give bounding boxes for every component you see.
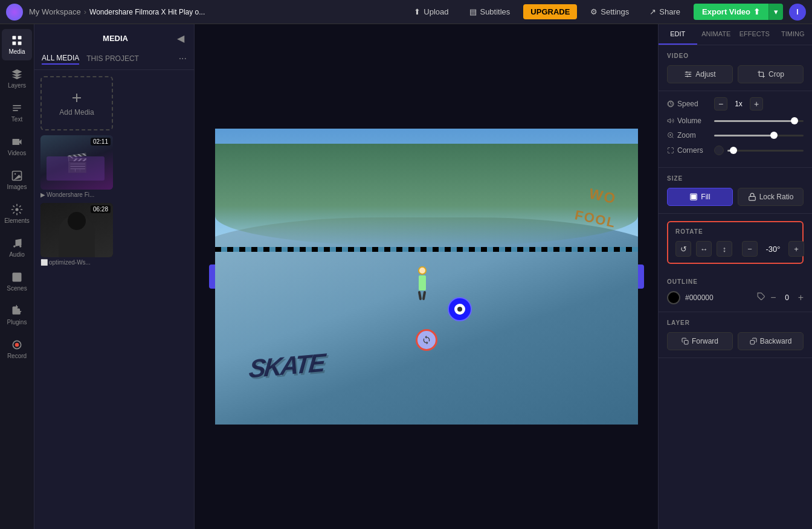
sidebar-scenes-label: Scenes [7,285,27,292]
lock-ratio-button[interactable]: Lock Ratio [738,188,804,206]
video-area: SKATE WO FOOL [195,24,658,529]
speed-value: 1x [731,100,746,108]
corners-thumb[interactable] [730,147,737,154]
flip-h-button[interactable]: ↔ [696,241,712,257]
settings-label: Settings [601,7,629,16]
forward-button[interactable]: Forward [667,332,733,350]
rotate-controls: ↺ ↔ ↕ − -30° + [675,241,795,257]
tab-effects[interactable]: EFFECTS [735,24,774,45]
export-button[interactable]: Export Video ⬆ [694,4,768,20]
media-thumb-0[interactable]: 🎬 02:11 [40,135,113,190]
svg-rect-16 [749,196,755,200]
record-icon [11,339,23,351]
media-file-icon-1: ⬜ [40,259,48,266]
subtitles-label: Subtitles [480,7,510,16]
grid-icon [11,34,23,46]
sidebar-record-label: Record [7,353,27,359]
outline-minus-button[interactable]: − [770,292,776,303]
share-button[interactable]: ↗ Share [642,4,688,19]
sidebar-item-record[interactable]: Record [2,333,32,365]
corners-slider[interactable] [727,150,804,152]
media-panel-title: MEDIA [56,34,175,43]
leg-left [418,291,422,300]
eye-graphic [448,297,472,321]
speed-minus-button[interactable]: − [714,97,727,111]
rotate-section: ROTATE ↺ ↔ ↕ − -30° + [667,221,804,264]
media-tab-more-button[interactable]: ··· [179,53,187,64]
rotate-inc-button[interactable]: + [788,241,804,257]
svg-marker-12 [668,119,671,123]
media-panel-header: MEDIA ◀ [34,24,194,53]
sidebar-item-plugins[interactable]: Plugins [2,300,32,331]
speed-controls: − 1x + [714,97,804,111]
ramp-edge [215,247,638,252]
avatar[interactable]: I [789,4,806,21]
sidebar-item-images[interactable]: Images [2,164,32,196]
sidebar-plugins-label: Plugins [7,319,27,325]
adjust-button[interactable]: Adjust [667,65,733,83]
media-tabs: ALL MEDIA THIS PROJECT ··· [34,53,194,70]
sidebar-item-text[interactable]: Text [2,97,32,128]
speed-section: Speed − 1x + Volume [659,91,812,168]
rotate-dec-button[interactable]: − [742,241,758,257]
svg-point-8 [15,343,19,347]
subtitles-icon: ▤ [469,7,477,16]
workspace-link[interactable]: My Workspace [29,7,81,16]
zoom-thumb[interactable] [770,132,778,139]
corners-text: Corners [677,146,703,155]
layer-section-title: LAYER [667,319,804,326]
media-panel-collapse-button[interactable]: ◀ [175,30,187,46]
tab-this-project[interactable]: THIS PROJECT [86,53,139,64]
outline-row: #000000 − 0 + [667,291,804,304]
upgrade-button[interactable]: UPGRADE [523,4,577,19]
sidebar-item-videos[interactable]: Videos [2,130,32,162]
sidebar-elements-label: Elements [4,217,30,224]
export-dropdown-button[interactable]: ▾ [768,4,783,20]
size-section: SIZE Fill Lock Ratio [659,168,812,214]
tab-animate[interactable]: ANIMATE [697,24,736,45]
sidebar-item-audio[interactable]: Audio [2,232,32,263]
rotation-handle[interactable] [416,329,437,351]
tab-timing[interactable]: TIMING [774,24,813,45]
outline-color-swatch[interactable] [667,291,680,304]
volume-thumb[interactable] [791,117,798,124]
rotate-ccw-button[interactable]: ↺ [675,241,691,257]
subtitles-button[interactable]: ▤ Subtitles [462,4,517,19]
zoom-slider[interactable] [714,135,804,136]
rotation-icon [422,335,431,345]
forward-label: Forward [692,337,718,345]
sidebar-item-layers[interactable]: Layers [2,63,32,94]
sidebar-item-elements[interactable]: Elements [2,198,32,229]
share-icon: ↗ [649,7,656,16]
breadcrumb-chevron: › [84,7,86,16]
svg-point-6 [16,208,19,211]
media-file-icon: ▶ [40,191,45,198]
outline-plus-button[interactable]: + [798,292,804,303]
upload-button[interactable]: ⬆ Upload [406,4,456,20]
svg-point-5 [14,173,16,175]
eyedropper-button[interactable] [757,292,765,303]
sidebar-item-scenes[interactable]: Scenes [2,266,32,297]
skater-head [418,266,427,275]
crop-button[interactable]: Crop [738,65,804,83]
volume-slider[interactable] [714,120,804,122]
tab-all-media[interactable]: ALL MEDIA [42,53,79,65]
speed-plus-button[interactable]: + [750,97,763,111]
media-name-1: optimized-Ws... [49,259,91,266]
sidebar-item-media[interactable]: Media [2,29,32,60]
tab-edit[interactable]: EDIT [659,24,697,45]
flip-v-button[interactable]: ↕ [717,241,732,257]
add-media-button[interactable]: Add Media [40,76,113,130]
backward-button[interactable]: Backward [738,332,804,350]
fill-button[interactable]: Fill [667,188,733,206]
add-icon [69,91,84,105]
settings-button[interactable]: ⚙ Settings [583,4,636,19]
right-panel-tabs: EDIT ANIMATE EFFECTS TIMING [659,24,812,45]
plugins-icon [11,305,23,317]
outline-section: OUTLINE #000000 − 0 + [659,271,812,312]
video-canvas: SKATE WO FOOL [215,129,638,425]
topbar: My Workspace › Wondershare Filmora X Hit… [0,0,812,24]
lock-ratio-label: Lock Ratio [759,193,794,201]
media-thumb-1[interactable]: 06:28 [40,203,113,257]
volume-icon [667,117,674,124]
